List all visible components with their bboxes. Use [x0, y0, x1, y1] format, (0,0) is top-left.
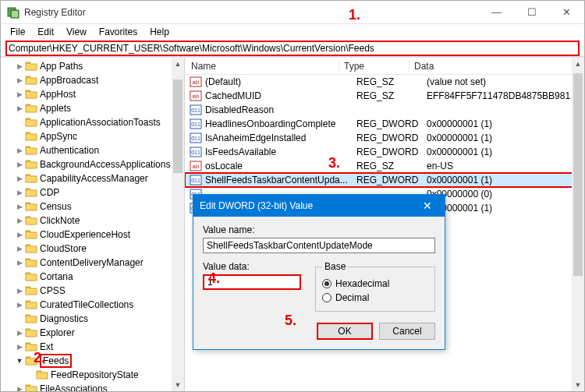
tree-label: CPSS: [40, 285, 66, 296]
tree-item[interactable]: ▶CPSS: [1, 284, 184, 298]
list-scrollbar[interactable]: ▲ ▼: [572, 58, 584, 391]
list-header: Name Type Data: [185, 58, 584, 75]
close-button[interactable]: ✕: [549, 1, 584, 24]
chevron-right-icon[interactable]: ▶: [15, 90, 24, 98]
tree-item[interactable]: ▶ClickNote: [1, 214, 184, 228]
chevron-right-icon[interactable]: ▶: [15, 287, 24, 295]
menu-edit[interactable]: Edit: [33, 25, 58, 39]
dialog-buttons: OK Cancel: [203, 323, 435, 340]
tree-item[interactable]: ▶Applets: [1, 101, 184, 115]
chevron-right-icon[interactable]: ▶: [15, 76, 24, 84]
tree-item[interactable]: ▶Census: [1, 200, 184, 214]
value-row[interactable]: abCachedMUIDREG_SZEFF84FF5F711478DB4875B…: [185, 89, 584, 103]
tree-item[interactable]: ▶App Paths: [1, 59, 184, 73]
tree-item[interactable]: ▶Explorer: [1, 326, 184, 340]
chevron-right-icon[interactable]: ▶: [15, 161, 24, 168]
address-bar[interactable]: Computer\HKEY_CURRENT_USER\Software\Micr…: [5, 41, 580, 56]
tree-item[interactable]: ▶CloudExperienceHost: [1, 228, 184, 242]
chevron-right-icon[interactable]: ▶: [15, 147, 24, 154]
tree-item[interactable]: FeedRepositoryState: [1, 368, 184, 382]
radio-icon: [322, 293, 332, 302]
cancel-button[interactable]: Cancel: [379, 323, 435, 340]
titlebar[interactable]: Registry Editor — ☐ ✕: [1, 1, 584, 24]
chevron-down-icon[interactable]: ▼: [15, 357, 24, 365]
value-data: 0x00000001 (1): [422, 147, 584, 157]
radio-dec[interactable]: Decimal: [322, 291, 428, 305]
chevron-right-icon[interactable]: ▶: [15, 217, 24, 224]
tree-item[interactable]: ▶CloudStore: [1, 242, 184, 256]
chevron-right-icon[interactable]: ▶: [15, 301, 24, 309]
maximize-button[interactable]: ☐: [514, 1, 549, 24]
chevron-right-icon[interactable]: ▶: [15, 385, 24, 391]
edit-dword-dialog: Edit DWORD (32-bit) Value ✕ Value name: …: [193, 194, 445, 350]
chevron-right-icon[interactable]: ▶: [15, 343, 24, 351]
tree-item[interactable]: AppSync: [1, 129, 184, 143]
tree-item[interactable]: ▶ContentDeliveryManager: [1, 256, 184, 270]
tree-item[interactable]: ▶AppBroadcast: [1, 73, 184, 87]
chevron-right-icon[interactable]: ▶: [15, 245, 24, 253]
value-data: 0x00000001 (1): [422, 203, 584, 214]
tree-scrollbar[interactable]: ▲ ▼: [172, 58, 184, 391]
menu-help[interactable]: Help: [145, 25, 174, 39]
reg-sz-icon: ab: [190, 76, 202, 87]
value-data: 0x00000001 (1): [422, 118, 584, 129]
tree-item[interactable]: ▶CapabilityAccessManager: [1, 171, 184, 185]
radio-hex[interactable]: Hexadecimal: [322, 277, 428, 291]
valuedata-input[interactable]: [203, 274, 301, 290]
value-row[interactable]: 011ShellFeedsTaskbarContentUpda...REG_DW…: [185, 173, 584, 187]
tree-pane[interactable]: ▶App Paths▶AppBroadcast▶AppHost▶AppletsA…: [1, 58, 185, 391]
scroll-down-icon[interactable]: ▼: [172, 379, 184, 391]
value-type: REG_DWORD: [352, 147, 422, 157]
tree-item[interactable]: Cortana: [1, 270, 184, 284]
chevron-right-icon[interactable]: ▶: [15, 329, 24, 337]
chevron-right-icon[interactable]: ▶: [15, 259, 24, 267]
scroll-down-icon[interactable]: ▼: [572, 379, 584, 391]
chevron-right-icon[interactable]: ▶: [15, 62, 24, 70]
col-type[interactable]: Type: [339, 61, 410, 72]
value-row[interactable]: 011DisabledReason: [185, 103, 584, 117]
reg-dword-icon: 011: [190, 104, 202, 115]
value-row[interactable]: ab(Default)REG_SZ(value not set): [185, 75, 584, 89]
app-icon: [7, 6, 20, 19]
chevron-right-icon[interactable]: ▶: [15, 104, 24, 112]
ok-button[interactable]: OK: [317, 323, 373, 340]
tree-item[interactable]: ▶CDP: [1, 185, 184, 200]
tree-item[interactable]: ▶Authentication: [1, 143, 184, 157]
scroll-track[interactable]: [172, 70, 184, 379]
dialog-close-button[interactable]: ✕: [417, 195, 438, 217]
scroll-track[interactable]: [572, 70, 584, 379]
col-name[interactable]: Name: [185, 61, 339, 72]
valuename-input[interactable]: [203, 238, 435, 253]
valuedata-label: Value data:: [203, 261, 301, 272]
scroll-thumb[interactable]: [173, 79, 183, 173]
tree-item[interactable]: ▼Feeds: [1, 354, 184, 368]
tree-item[interactable]: ▶BackgroundAccessApplications: [1, 157, 184, 171]
dialog-titlebar[interactable]: Edit DWORD (32-bit) Value ✕: [193, 195, 445, 217]
chevron-right-icon[interactable]: ▶: [15, 175, 24, 182]
scroll-up-icon[interactable]: ▲: [572, 58, 584, 70]
col-data[interactable]: Data: [410, 61, 584, 72]
value-row[interactable]: 011IsAnaheimEdgeInstalledREG_DWORD0x0000…: [185, 131, 584, 145]
tree-label: Explorer: [40, 327, 75, 338]
value-row[interactable]: 011HeadlinesOnboardingCompleteREG_DWORD0…: [185, 117, 584, 131]
value-row[interactable]: 011IsFeedsAvailableREG_DWORD0x00000001 (…: [185, 145, 584, 159]
tree-item[interactable]: ApplicationAssociationToasts: [1, 115, 184, 129]
menu-file[interactable]: File: [5, 25, 30, 39]
chevron-right-icon[interactable]: ▶: [15, 203, 24, 210]
tree-item[interactable]: ▶AppHost: [1, 87, 184, 101]
menu-favorites[interactable]: Favorites: [94, 25, 142, 39]
value-type: REG_DWORD: [352, 132, 422, 143]
tree-item[interactable]: ▶Ext: [1, 340, 184, 354]
minimize-button[interactable]: —: [479, 1, 514, 24]
menu-view[interactable]: View: [62, 25, 91, 39]
reg-dword-icon: 011: [190, 175, 202, 185]
value-row[interactable]: abosLocaleREG_SZen-US: [185, 159, 584, 173]
chevron-right-icon[interactable]: ▶: [15, 189, 24, 196]
tree-item[interactable]: ▶FileAssociations: [1, 382, 184, 391]
scroll-thumb[interactable]: [573, 73, 583, 276]
tree-item[interactable]: Diagnostics: [1, 312, 184, 326]
folder-icon: [25, 145, 37, 156]
scroll-up-icon[interactable]: ▲: [172, 58, 184, 70]
tree-item[interactable]: ▶CuratedTileCollections: [1, 298, 184, 312]
chevron-right-icon[interactable]: ▶: [15, 231, 24, 238]
